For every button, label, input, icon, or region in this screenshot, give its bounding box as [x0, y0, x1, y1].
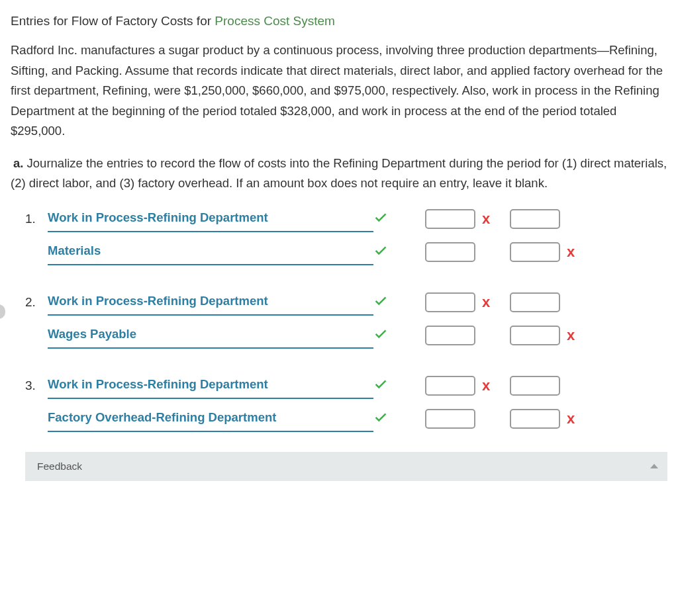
- journal-entries: 1. Work in Process-Refining Department x…: [11, 206, 667, 432]
- account-name[interactable]: Work in Process-Refining Department: [48, 208, 268, 231]
- heading-text: Entries for Flow of Factory Costs for: [11, 14, 215, 28]
- credit-input[interactable]: [510, 409, 560, 429]
- debit-input[interactable]: [425, 209, 475, 229]
- x-icon: x: [482, 295, 490, 310]
- x-icon: x: [567, 328, 575, 343]
- check-icon: [373, 376, 388, 398]
- credit-input[interactable]: [510, 242, 560, 262]
- credit-input[interactable]: [510, 376, 560, 396]
- account-result: [373, 373, 397, 399]
- account-result: [373, 206, 397, 232]
- journal-line: 3. Work in Process-Refining Department x: [25, 373, 663, 399]
- account-dropdown[interactable]: Work in Process-Refining Department: [48, 289, 373, 316]
- account-dropdown[interactable]: Work in Process-Refining Department: [48, 206, 373, 232]
- x-icon: x: [567, 412, 575, 426]
- entry-number: 2.: [25, 292, 48, 312]
- account-dropdown[interactable]: Materials: [48, 239, 373, 265]
- debit-input[interactable]: [425, 326, 475, 345]
- feedback-toggle[interactable]: Feedback: [25, 452, 667, 481]
- debit-input[interactable]: [425, 376, 475, 396]
- account-name[interactable]: Materials: [48, 241, 101, 264]
- credit-input[interactable]: [510, 292, 560, 312]
- check-icon: [373, 243, 388, 264]
- instruction-paragraph: a. Journalize the entries to record the …: [11, 154, 667, 194]
- journal-line: Factory Overhead-Refining Department x: [25, 406, 663, 432]
- journal-entry: 2. Work in Process-Refining Department x…: [25, 289, 663, 349]
- account-result: [373, 406, 397, 432]
- problem-paragraph: Radford Inc. manufactures a sugar produc…: [11, 40, 667, 142]
- debit-input[interactable]: [425, 242, 475, 262]
- account-dropdown[interactable]: Wages Payable: [48, 322, 373, 349]
- journal-line: 1. Work in Process-Refining Department x: [25, 206, 663, 232]
- account-dropdown[interactable]: Factory Overhead-Refining Department: [48, 406, 373, 432]
- x-icon: x: [567, 245, 575, 259]
- account-result: [373, 322, 397, 349]
- page-nav-handle: [0, 304, 5, 319]
- check-icon: [373, 210, 388, 231]
- journal-line: Wages Payable x: [25, 322, 663, 349]
- account-dropdown[interactable]: Work in Process-Refining Department: [48, 373, 373, 399]
- check-icon: [373, 410, 388, 431]
- account-name[interactable]: Work in Process-Refining Department: [48, 291, 268, 314]
- account-name[interactable]: Wages Payable: [48, 324, 136, 347]
- caret-up-icon: [650, 464, 658, 468]
- check-icon: [373, 293, 388, 314]
- check-icon: [373, 326, 388, 347]
- debit-input[interactable]: [425, 409, 475, 429]
- debit-input[interactable]: [425, 292, 475, 312]
- journal-line: Materials x: [25, 239, 663, 265]
- entry-number: 1.: [25, 208, 48, 229]
- x-icon: x: [482, 378, 490, 393]
- x-icon: x: [482, 212, 490, 226]
- credit-input[interactable]: [510, 326, 560, 345]
- account-name[interactable]: Work in Process-Refining Department: [48, 374, 268, 398]
- account-name[interactable]: Factory Overhead-Refining Department: [48, 408, 276, 431]
- credit-input[interactable]: [510, 209, 560, 229]
- entry-number: 3.: [25, 375, 48, 396]
- heading-link[interactable]: Process Cost System: [215, 14, 335, 28]
- journal-line: 2. Work in Process-Refining Department x: [25, 289, 663, 316]
- journal-entry: 1. Work in Process-Refining Department x…: [25, 206, 663, 265]
- account-result: [373, 289, 397, 316]
- journal-entry: 3. Work in Process-Refining Department x…: [25, 373, 663, 432]
- account-result: [373, 239, 397, 265]
- part-letter: a.: [13, 156, 23, 170]
- page-heading: Entries for Flow of Factory Costs for Pr…: [11, 11, 667, 31]
- feedback-label: Feedback: [37, 458, 82, 475]
- instruction-text: Journalize the entries to record the flo…: [11, 156, 667, 191]
